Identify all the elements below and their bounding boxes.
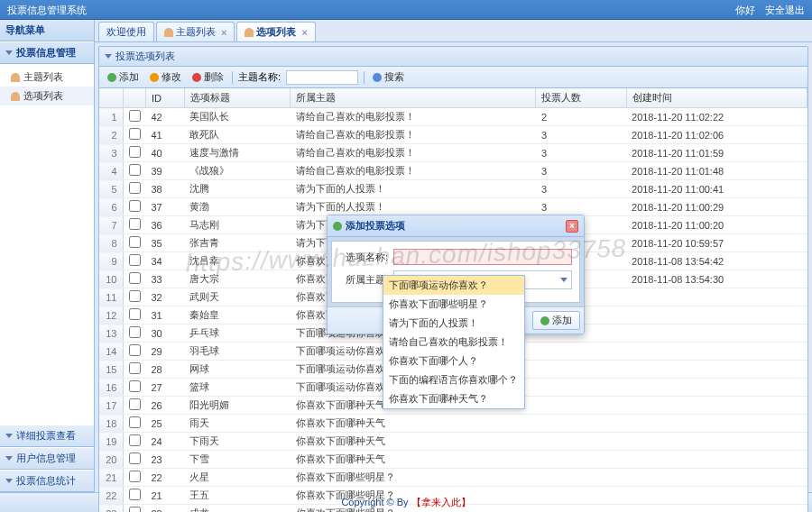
accordion-user-manage[interactable]: 用户信息管理 — [0, 447, 94, 470]
row-checkbox[interactable] — [129, 146, 141, 158]
toolbar: 添加 修改 删除 主题名称: 搜索 — [99, 67, 807, 88]
header-actions: 你好 安全退出 — [728, 0, 805, 19]
option-name-label: 选项名称: — [339, 251, 393, 264]
topic-dropdown-list: 下面哪项运动你喜欢？你喜欢下面哪些明星？请为下面的人投票！请给自己喜欢的电影投票… — [383, 275, 525, 409]
logout-link[interactable]: 安全退出 — [765, 5, 805, 15]
chevron-down-icon — [5, 434, 13, 438]
dropdown-option[interactable]: 请为下面的人投票！ — [383, 314, 524, 333]
table-row[interactable]: 1924下雨天你喜欢下面哪种天气 — [99, 433, 807, 451]
table-row[interactable]: 142美国队长请给自己喜欢的电影投票！22018-11-20 11:02:22 — [99, 108, 807, 126]
row-checkbox[interactable] — [129, 326, 141, 338]
row-checkbox[interactable] — [129, 471, 141, 482]
accordion-vote-stats[interactable]: 投票信息统计 — [0, 470, 94, 492]
chevron-down-icon — [5, 456, 13, 461]
dropdown-option[interactable]: 下面的编程语言你喜欢哪个？ — [383, 370, 524, 389]
nav-option-list[interactable]: 选项列表 — [0, 87, 94, 105]
separator — [364, 71, 364, 84]
row-checkbox[interactable] — [129, 308, 141, 320]
chevron-down-icon — [560, 278, 567, 282]
row-checkbox[interactable] — [129, 507, 141, 512]
app-header: 投票信息管理系统 你好 安全退出 — [0, 0, 812, 20]
sidebar: 导航菜单 投票信息管理 主题列表 选项列表 详细投票查看 用户信息管理 投票信息… — [0, 20, 95, 492]
app-title: 投票信息管理系统 — [7, 0, 87, 19]
user-icon — [11, 92, 20, 101]
row-checkbox[interactable] — [129, 218, 141, 230]
dialog-submit-button[interactable]: 添加 — [532, 311, 580, 330]
dropdown-option[interactable]: 你喜欢下面哪些明星？ — [383, 295, 524, 314]
tab-topic-list[interactable]: 主题列表× — [156, 22, 235, 41]
footer-link[interactable]: 【拿来入此】 — [411, 497, 471, 507]
dropdown-option[interactable]: 下面哪项运动你喜欢？ — [383, 276, 524, 295]
separator — [232, 71, 233, 84]
row-checkbox[interactable] — [129, 380, 141, 392]
dialog-close-button[interactable]: × — [566, 220, 578, 233]
user-icon — [245, 28, 254, 37]
row-checkbox[interactable] — [129, 164, 141, 176]
user-icon — [11, 73, 20, 82]
row-checkbox[interactable] — [129, 236, 141, 248]
column-header[interactable] — [123, 88, 146, 108]
option-name-input[interactable] — [393, 249, 572, 265]
tabstrip: 欢迎使用 主题列表× 选项列表× — [95, 20, 812, 42]
table-row[interactable]: 637黄渤请为下面的人投票！32018-11-20 11:00:29 — [99, 198, 807, 216]
column-header[interactable]: 创建时间 — [626, 88, 807, 108]
row-checkbox[interactable] — [129, 128, 141, 140]
filter-input[interactable] — [286, 70, 358, 85]
row-checkbox[interactable] — [129, 110, 141, 122]
user-icon — [164, 28, 173, 37]
delete-button[interactable]: 删除 — [189, 69, 226, 85]
sidebar-title: 导航菜单 — [0, 20, 94, 41]
search-button[interactable]: 搜索 — [370, 69, 407, 85]
column-header[interactable]: 选项标题 — [184, 88, 291, 108]
row-checkbox[interactable] — [129, 290, 141, 302]
chevron-down-icon — [105, 54, 112, 59]
row-checkbox[interactable] — [129, 344, 141, 356]
table-row[interactable]: 1825雨天你喜欢下面哪种天气 — [99, 415, 807, 433]
column-header[interactable] — [99, 88, 123, 108]
row-checkbox[interactable] — [129, 254, 141, 266]
column-header[interactable]: 投票人数 — [536, 88, 626, 108]
search-icon — [373, 73, 382, 82]
row-checkbox[interactable] — [129, 453, 141, 464]
dropdown-option[interactable]: 请给自己喜欢的电影投票！ — [383, 333, 524, 352]
close-icon[interactable]: × — [221, 27, 226, 38]
row-checkbox[interactable] — [129, 362, 141, 374]
accordion-detail-view[interactable]: 详细投票查看 — [0, 425, 94, 447]
table-row[interactable]: 2122火星你喜欢下面哪些明星？ — [99, 469, 807, 487]
filter-label: 主题名称: — [238, 70, 281, 84]
row-checkbox[interactable] — [129, 416, 141, 428]
chevron-down-icon — [5, 479, 13, 483]
nav-topic-list[interactable]: 主题列表 — [0, 68, 94, 87]
plus-icon — [333, 222, 342, 231]
table-row[interactable]: 241敢死队请给自己喜欢的电影投票！32018-11-20 11:02:06 — [99, 126, 807, 144]
row-checkbox[interactable] — [129, 272, 141, 284]
table-row[interactable]: 538沈腾请为下面的人投票！32018-11-20 11:00:41 — [99, 180, 807, 198]
plus-icon — [107, 73, 116, 82]
dropdown-option[interactable]: 你喜欢下面哪种天气？ — [383, 389, 524, 408]
close-icon[interactable]: × — [301, 27, 307, 38]
tab-welcome[interactable]: 欢迎使用 — [98, 22, 154, 41]
column-header[interactable]: ID — [146, 88, 185, 108]
pencil-icon — [150, 73, 159, 82]
minus-icon — [192, 73, 201, 82]
row-checkbox[interactable] — [129, 489, 141, 500]
table-row[interactable]: 2023下雪你喜欢下面哪种天气 — [99, 451, 807, 469]
edit-button[interactable]: 修改 — [147, 69, 184, 85]
table-row[interactable]: 340速度与激情请给自己喜欢的电影投票！32018-11-20 11:01:59 — [99, 144, 807, 162]
column-header[interactable]: 所属主题 — [291, 88, 536, 108]
plus-icon — [540, 316, 549, 325]
dialog-title[interactable]: 添加投票选项 × — [328, 215, 584, 237]
table-row[interactable]: 439《战狼》请给自己喜欢的电影投票！32018-11-20 11:01:48 — [99, 162, 807, 180]
dropdown-option[interactable]: 你喜欢下面哪个人？ — [383, 352, 524, 370]
tab-option-list[interactable]: 选项列表× — [236, 22, 315, 41]
row-checkbox[interactable] — [129, 398, 141, 410]
hello-link[interactable]: 你好 — [735, 5, 755, 15]
chevron-down-icon — [5, 50, 13, 55]
add-button[interactable]: 添加 — [105, 69, 142, 85]
row-checkbox[interactable] — [129, 434, 141, 446]
accordion-vote-manage[interactable]: 投票信息管理 — [0, 41, 94, 64]
row-checkbox[interactable] — [129, 182, 141, 194]
row-checkbox[interactable] — [129, 200, 141, 212]
panel-title: 投票选项列表 — [99, 47, 807, 67]
